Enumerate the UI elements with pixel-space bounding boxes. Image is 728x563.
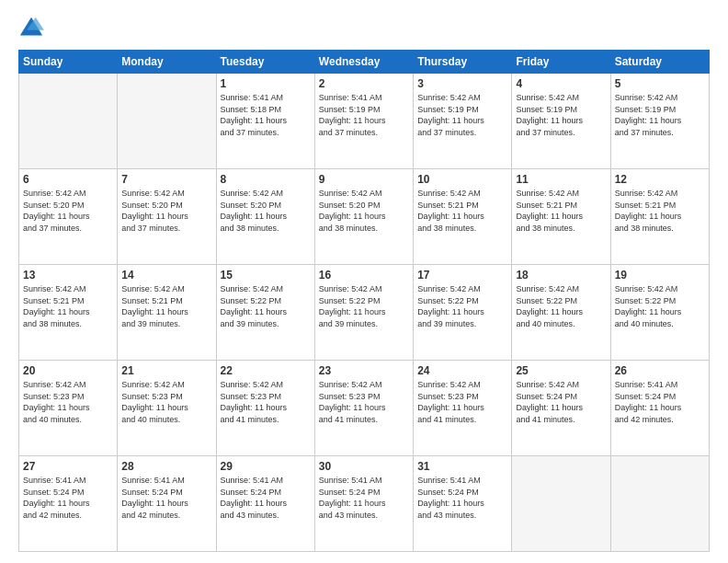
day-number: 24 [417, 364, 507, 377]
day-cell: 4Sunrise: 5:42 AM Sunset: 5:19 PM Daylig… [512, 74, 610, 169]
day-info: Sunrise: 5:42 AM Sunset: 5:21 PM Dayligh… [121, 283, 211, 329]
day-info: Sunrise: 5:42 AM Sunset: 5:19 PM Dayligh… [615, 92, 705, 138]
day-info: Sunrise: 5:42 AM Sunset: 5:20 PM Dayligh… [221, 188, 311, 234]
day-cell [610, 456, 709, 552]
day-number: 20 [23, 364, 113, 377]
week-row-2: 13Sunrise: 5:42 AM Sunset: 5:21 PM Dayli… [19, 265, 710, 361]
logo-icon [18, 15, 44, 40]
day-number: 26 [615, 364, 705, 377]
day-info: Sunrise: 5:42 AM Sunset: 5:20 PM Dayligh… [319, 188, 409, 234]
day-cell: 24Sunrise: 5:42 AM Sunset: 5:23 PM Dayli… [414, 361, 512, 456]
day-info: Sunrise: 5:42 AM Sunset: 5:23 PM Dayligh… [319, 379, 409, 425]
day-info: Sunrise: 5:42 AM Sunset: 5:23 PM Dayligh… [221, 379, 311, 425]
day-cell: 18Sunrise: 5:42 AM Sunset: 5:22 PM Dayli… [512, 265, 610, 361]
day-number: 3 [417, 77, 507, 90]
day-cell: 14Sunrise: 5:42 AM Sunset: 5:21 PM Dayli… [118, 265, 216, 361]
day-number: 18 [516, 269, 606, 282]
day-cell: 8Sunrise: 5:42 AM Sunset: 5:20 PM Daylig… [216, 169, 314, 265]
day-number: 21 [121, 364, 211, 377]
day-cell: 2Sunrise: 5:41 AM Sunset: 5:19 PM Daylig… [314, 74, 413, 169]
day-cell: 16Sunrise: 5:42 AM Sunset: 5:22 PM Dayli… [314, 265, 413, 361]
day-cell: 23Sunrise: 5:42 AM Sunset: 5:23 PM Dayli… [314, 361, 413, 456]
col-header-sunday: Sunday [19, 51, 118, 74]
day-cell: 9Sunrise: 5:42 AM Sunset: 5:20 PM Daylig… [314, 169, 413, 265]
day-cell: 15Sunrise: 5:42 AM Sunset: 5:22 PM Dayli… [216, 265, 314, 361]
day-cell: 1Sunrise: 5:41 AM Sunset: 5:18 PM Daylig… [216, 74, 314, 169]
header-row: SundayMondayTuesdayWednesdayThursdayFrid… [19, 51, 710, 74]
day-cell: 11Sunrise: 5:42 AM Sunset: 5:21 PM Dayli… [512, 169, 610, 265]
day-number: 29 [221, 460, 311, 473]
day-info: Sunrise: 5:42 AM Sunset: 5:22 PM Dayligh… [221, 283, 311, 329]
day-info: Sunrise: 5:41 AM Sunset: 5:24 PM Dayligh… [417, 475, 507, 521]
day-cell: 25Sunrise: 5:42 AM Sunset: 5:24 PM Dayli… [512, 361, 610, 456]
day-number: 15 [221, 269, 311, 282]
day-info: Sunrise: 5:42 AM Sunset: 5:21 PM Dayligh… [615, 188, 705, 234]
day-info: Sunrise: 5:41 AM Sunset: 5:18 PM Dayligh… [221, 92, 311, 138]
day-cell: 13Sunrise: 5:42 AM Sunset: 5:21 PM Dayli… [19, 265, 118, 361]
week-row-4: 27Sunrise: 5:41 AM Sunset: 5:24 PM Dayli… [19, 456, 710, 552]
day-info: Sunrise: 5:42 AM Sunset: 5:20 PM Dayligh… [121, 188, 211, 234]
col-header-wednesday: Wednesday [314, 51, 413, 74]
day-cell: 31Sunrise: 5:41 AM Sunset: 5:24 PM Dayli… [414, 456, 512, 552]
day-info: Sunrise: 5:42 AM Sunset: 5:21 PM Dayligh… [417, 188, 507, 234]
day-number: 8 [221, 173, 311, 186]
day-info: Sunrise: 5:41 AM Sunset: 5:24 PM Dayligh… [23, 475, 113, 521]
week-row-3: 20Sunrise: 5:42 AM Sunset: 5:23 PM Dayli… [19, 361, 710, 456]
day-info: Sunrise: 5:42 AM Sunset: 5:21 PM Dayligh… [23, 283, 113, 329]
day-number: 30 [319, 460, 409, 473]
day-cell: 12Sunrise: 5:42 AM Sunset: 5:21 PM Dayli… [610, 169, 709, 265]
day-number: 28 [121, 460, 211, 473]
day-number: 6 [23, 173, 113, 186]
day-info: Sunrise: 5:41 AM Sunset: 5:19 PM Dayligh… [319, 92, 409, 138]
day-number: 5 [615, 77, 705, 90]
day-cell: 29Sunrise: 5:41 AM Sunset: 5:24 PM Dayli… [216, 456, 314, 552]
day-info: Sunrise: 5:41 AM Sunset: 5:24 PM Dayligh… [615, 379, 705, 425]
day-cell: 3Sunrise: 5:42 AM Sunset: 5:19 PM Daylig… [414, 74, 512, 169]
day-number: 12 [615, 173, 705, 186]
day-cell: 30Sunrise: 5:41 AM Sunset: 5:24 PM Dayli… [314, 456, 413, 552]
day-number: 7 [121, 173, 211, 186]
day-number: 27 [23, 460, 113, 473]
day-info: Sunrise: 5:42 AM Sunset: 5:24 PM Dayligh… [516, 379, 606, 425]
day-number: 13 [23, 269, 113, 282]
page: SundayMondayTuesdayWednesdayThursdayFrid… [0, 0, 728, 563]
col-header-saturday: Saturday [610, 51, 709, 74]
col-header-tuesday: Tuesday [216, 51, 314, 74]
day-info: Sunrise: 5:42 AM Sunset: 5:22 PM Dayligh… [319, 283, 409, 329]
day-info: Sunrise: 5:41 AM Sunset: 5:24 PM Dayligh… [319, 475, 409, 521]
week-row-1: 6Sunrise: 5:42 AM Sunset: 5:20 PM Daylig… [19, 169, 710, 265]
day-info: Sunrise: 5:42 AM Sunset: 5:19 PM Dayligh… [516, 92, 606, 138]
day-info: Sunrise: 5:42 AM Sunset: 5:22 PM Dayligh… [615, 283, 705, 329]
day-number: 31 [417, 460, 507, 473]
calendar-table: SundayMondayTuesdayWednesdayThursdayFrid… [18, 50, 710, 552]
logo [18, 15, 48, 40]
day-number: 17 [417, 269, 507, 282]
day-number: 11 [516, 173, 606, 186]
day-cell: 21Sunrise: 5:42 AM Sunset: 5:23 PM Dayli… [118, 361, 216, 456]
header [18, 15, 710, 40]
day-number: 19 [615, 269, 705, 282]
day-cell [19, 74, 118, 169]
day-cell: 26Sunrise: 5:41 AM Sunset: 5:24 PM Dayli… [610, 361, 709, 456]
day-cell [512, 456, 610, 552]
day-info: Sunrise: 5:41 AM Sunset: 5:24 PM Dayligh… [121, 475, 211, 521]
day-cell: 28Sunrise: 5:41 AM Sunset: 5:24 PM Dayli… [118, 456, 216, 552]
day-number: 9 [319, 173, 409, 186]
day-cell: 22Sunrise: 5:42 AM Sunset: 5:23 PM Dayli… [216, 361, 314, 456]
day-number: 23 [319, 364, 409, 377]
day-number: 4 [516, 77, 606, 90]
day-cell: 6Sunrise: 5:42 AM Sunset: 5:20 PM Daylig… [19, 169, 118, 265]
col-header-friday: Friday [512, 51, 610, 74]
week-row-0: 1Sunrise: 5:41 AM Sunset: 5:18 PM Daylig… [19, 74, 710, 169]
day-cell: 27Sunrise: 5:41 AM Sunset: 5:24 PM Dayli… [19, 456, 118, 552]
col-header-thursday: Thursday [414, 51, 512, 74]
day-info: Sunrise: 5:42 AM Sunset: 5:23 PM Dayligh… [417, 379, 507, 425]
day-cell: 20Sunrise: 5:42 AM Sunset: 5:23 PM Dayli… [19, 361, 118, 456]
day-info: Sunrise: 5:42 AM Sunset: 5:19 PM Dayligh… [417, 92, 507, 138]
day-number: 16 [319, 269, 409, 282]
day-info: Sunrise: 5:42 AM Sunset: 5:22 PM Dayligh… [417, 283, 507, 329]
day-info: Sunrise: 5:42 AM Sunset: 5:23 PM Dayligh… [23, 379, 113, 425]
day-number: 2 [319, 77, 409, 90]
day-info: Sunrise: 5:41 AM Sunset: 5:24 PM Dayligh… [221, 475, 311, 521]
day-cell: 7Sunrise: 5:42 AM Sunset: 5:20 PM Daylig… [118, 169, 216, 265]
